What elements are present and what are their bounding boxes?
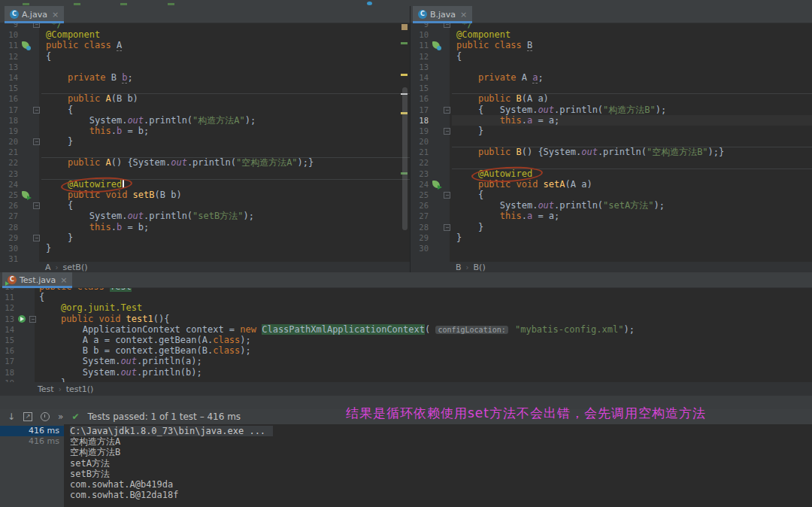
code-text[interactable]: public class A	[41, 40, 410, 50]
scroll-down-icon[interactable]: ↓	[8, 412, 15, 421]
code-text[interactable]: public B() {System.out.println("空构造方法B")…	[452, 147, 812, 157]
code-line[interactable]: 16 public A(B b)	[0, 93, 410, 104]
code-line[interactable]: 13	[411, 62, 812, 72]
code-text[interactable]	[41, 254, 410, 262]
scrollbar-error-stripe[interactable]	[399, 23, 410, 262]
code-editor-a[interactable]: 9 */10@Component11public class A12{1314 …	[0, 23, 410, 262]
code-text[interactable]	[452, 157, 812, 168]
code-text[interactable]: {	[41, 105, 410, 115]
code-line[interactable]: 31	[0, 254, 410, 262]
fold-marker-icon[interactable]	[29, 316, 36, 323]
test-tree-row[interactable]: 416 ms	[0, 436, 64, 447]
run-test-icon[interactable]	[18, 315, 26, 323]
inspection-status-icon[interactable]	[401, 24, 408, 30]
more-icon[interactable]: »	[58, 412, 63, 421]
code-line[interactable]: 18 System.out.println(b);	[0, 367, 812, 378]
code-text[interactable]: System.out.println("构造方法A");	[41, 115, 410, 126]
code-line[interactable]: 21	[0, 147, 410, 157]
code-line[interactable]: 24 @Autowired	[0, 179, 410, 190]
stripe-marker[interactable]	[401, 42, 408, 44]
close-tab-icon[interactable]: ×	[52, 10, 59, 20]
code-line[interactable]: 24 public void setA(A a)	[411, 179, 812, 190]
code-line[interactable]: 29}	[411, 232, 812, 243]
code-text[interactable]: {	[35, 292, 812, 302]
code-text[interactable]: @Autowired	[452, 168, 812, 179]
code-line[interactable]: 16 public B(A a)	[411, 93, 812, 104]
code-text[interactable]	[452, 83, 812, 93]
breadcrumb-class[interactable]: A	[45, 263, 51, 272]
code-line[interactable]: 28 this.b = b;	[0, 222, 410, 232]
code-line[interactable]: 20 }	[0, 136, 410, 147]
code-line[interactable]: 27 this.a = a;	[411, 211, 812, 221]
code-text[interactable]: @Component	[41, 29, 410, 40]
code-text[interactable]: public A() {System.out.println("空构造方法A")…	[41, 157, 410, 168]
code-line[interactable]: 26 {	[0, 200, 410, 211]
code-text[interactable]: {	[41, 200, 410, 211]
code-line[interactable]: 20	[411, 136, 812, 147]
close-tab-icon[interactable]: ×	[460, 10, 467, 20]
breadcrumb-member[interactable]: test1()	[66, 384, 94, 394]
fold-marker-icon[interactable]	[33, 23, 40, 28]
fold-marker-icon[interactable]	[33, 202, 40, 209]
code-text[interactable]: }	[452, 222, 812, 232]
test-tree-panel[interactable]: 416 ms 416 ms	[0, 424, 64, 507]
export-test-results-icon[interactable]: ↗	[23, 412, 32, 421]
code-line[interactable]: 30	[411, 243, 812, 254]
code-line[interactable]: 15 A a = context.getBean(A.class);	[0, 335, 812, 345]
code-line[interactable]: 14 private B b;	[0, 72, 410, 83]
tab-a-java[interactable]: A.java ×	[5, 6, 64, 23]
code-line[interactable]: 16 B b = context.getBean(B.class);	[0, 345, 812, 356]
code-line[interactable]: 28 }	[411, 222, 812, 232]
code-text[interactable]: this.b = b;	[41, 126, 410, 136]
test-tree-row[interactable]: 416 ms	[0, 426, 64, 436]
breadcrumb-class[interactable]: B	[456, 263, 462, 272]
code-text[interactable]: */	[452, 23, 812, 29]
code-line[interactable]: 19 }	[0, 378, 812, 382]
code-text[interactable]: private B b;	[41, 72, 410, 83]
code-line[interactable]: 15	[411, 83, 812, 93]
code-text[interactable]: public B(A a)	[452, 93, 812, 104]
code-line[interactable]: 9 */	[411, 23, 812, 29]
code-line[interactable]: 11public class B	[411, 40, 812, 50]
code-line[interactable]: 11{	[0, 292, 812, 302]
code-text[interactable]: System.out.println(b);	[35, 367, 812, 378]
code-text[interactable]: public A(B b)	[41, 93, 410, 104]
code-text[interactable]	[41, 83, 410, 93]
code-text[interactable]: }	[35, 378, 812, 382]
close-tab-icon[interactable]: ×	[60, 275, 67, 285]
code-text[interactable]: @Autowired	[41, 179, 410, 190]
code-line[interactable]: 18 System.out.println("构造方法A");	[0, 115, 410, 126]
code-text[interactable]	[452, 136, 812, 147]
code-text[interactable]: }	[41, 243, 410, 254]
breadcrumb-member[interactable]: setB()	[63, 263, 88, 272]
code-text[interactable]: }	[452, 232, 812, 243]
code-line[interactable]: 12{	[411, 51, 812, 62]
code-text[interactable]: private A a;	[452, 72, 812, 83]
code-text[interactable]: this.a = a;	[452, 115, 812, 126]
code-text[interactable]	[41, 168, 410, 179]
code-text[interactable]: B b = context.getBean(B.class);	[35, 345, 812, 356]
fold-marker-icon[interactable]	[444, 107, 450, 114]
breadcrumb-class[interactable]: Test	[38, 384, 54, 394]
code-line[interactable]: 14 ApplicationContext context = new Clas…	[0, 324, 812, 335]
code-line[interactable]: 17 { System.out.println("构造方法B");	[411, 105, 812, 115]
console-output[interactable]: C:\Java\jdk1.8.0_73\bin\java.exe ...空构造方…	[64, 424, 812, 507]
code-text[interactable]: ApplicationContext context = new ClassPa…	[35, 324, 812, 335]
code-line[interactable]: 12{	[0, 51, 410, 62]
code-text[interactable]	[452, 243, 812, 254]
fold-marker-icon[interactable]	[33, 138, 40, 145]
fold-marker-icon[interactable]	[444, 128, 450, 135]
code-text[interactable]: }	[41, 136, 410, 147]
code-text[interactable]: System.out.println("setB方法");	[41, 211, 410, 221]
code-line[interactable]: 23 @Autowired	[411, 168, 812, 179]
fold-marker-icon[interactable]	[33, 107, 40, 114]
code-text[interactable]	[452, 62, 812, 72]
code-text[interactable]: */	[41, 23, 410, 29]
code-text[interactable]: System.out.println("setA方法");	[452, 200, 812, 211]
spring-bean-autowired-icon[interactable]	[432, 181, 440, 188]
code-text[interactable]: {	[452, 51, 812, 62]
breadcrumb-member[interactable]: B()	[474, 263, 486, 272]
code-text[interactable]: public void setA(A a)	[452, 179, 812, 190]
code-text[interactable]: public class B	[452, 40, 812, 50]
spring-bean-autowired-icon[interactable]	[22, 191, 29, 199]
